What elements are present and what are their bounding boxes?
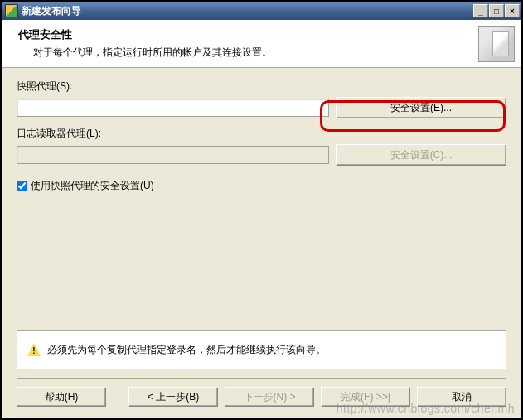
snapshot-agent-input[interactable]	[17, 99, 329, 117]
divider	[17, 378, 506, 379]
cancel-button[interactable]: 取消	[417, 387, 506, 407]
use-snapshot-security-label: 使用快照代理的安全设置(U)	[31, 179, 154, 193]
help-button[interactable]: 帮助(H)	[17, 387, 106, 407]
warning-icon	[27, 343, 41, 356]
logreader-security-button: 安全设置(C)...	[336, 144, 506, 166]
banner-icon	[478, 26, 515, 62]
app-icon	[5, 4, 18, 17]
logreader-agent-label: 日志读取器代理(L):	[17, 127, 506, 141]
next-button: 下一步(N) >	[225, 387, 314, 407]
logreader-agent-input	[17, 146, 329, 164]
maximize-button[interactable]: □	[489, 4, 504, 17]
snapshot-security-button[interactable]: 安全设置(E)...	[336, 97, 506, 118]
use-snapshot-security-checkbox[interactable]	[17, 181, 27, 191]
titlebar: 新建发布向导 _ □ ×	[2, 2, 521, 20]
warning-box: 必须先为每个复制代理指定登录名，然后才能继续执行该向导。	[17, 330, 506, 369]
snapshot-agent-label: 快照代理(S):	[17, 80, 506, 94]
window-title: 新建发布向导	[22, 4, 473, 18]
banner-title: 代理安全性	[18, 27, 478, 42]
warning-text: 必须先为每个复制代理指定登录名，然后才能继续执行该向导。	[47, 343, 326, 357]
close-button[interactable]: ×	[505, 4, 520, 17]
finish-button: 完成(F) >>|	[321, 387, 410, 407]
back-button[interactable]: < 上一步(B)	[128, 387, 218, 407]
minimize-button[interactable]: _	[473, 4, 488, 17]
banner-subtitle: 对于每个代理，指定运行时所用的帐户及其连接设置。	[18, 46, 478, 60]
wizard-banner: 代理安全性 对于每个代理，指定运行时所用的帐户及其连接设置。	[2, 20, 521, 68]
